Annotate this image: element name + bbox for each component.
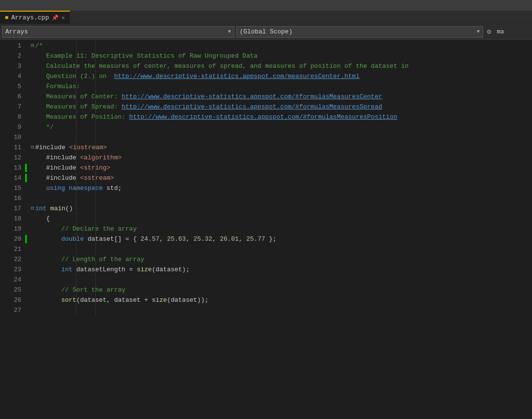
comment-token: Formulas: bbox=[31, 81, 80, 92]
code-line: Measures of Spread: http://www.descripti… bbox=[25, 102, 532, 112]
indent-guide-1 bbox=[76, 305, 76, 315]
code-content[interactable]: ⊟/* Example 11: Descriptive Statistics o… bbox=[25, 40, 532, 419]
scope-dropdown[interactable]: (Global Scope) ▼ bbox=[236, 26, 483, 38]
code-line: Calculate the measures of center, measur… bbox=[25, 61, 532, 71]
include-lib-token: <sstream> bbox=[80, 173, 114, 183]
line-number: 23 bbox=[4, 264, 21, 275]
line-number: 17 bbox=[4, 203, 21, 214]
code-line: sort(dataset, dataset + size(dataset)); bbox=[25, 295, 532, 305]
line-numbers-gutter: 1234567891011121314151617181920212223242… bbox=[0, 40, 25, 419]
indent-guide-2 bbox=[95, 193, 96, 203]
code-line: // Length of the array bbox=[25, 254, 532, 264]
include-lib-token: <string> bbox=[80, 163, 110, 173]
plain-token: (dataset)); bbox=[167, 295, 209, 305]
code-line: ⊟/* bbox=[25, 41, 532, 51]
indent-guide-2 bbox=[95, 41, 96, 51]
function-token: size bbox=[137, 264, 152, 275]
misc-icon[interactable]: ma bbox=[495, 29, 505, 35]
link-token[interactable]: http://www.descriptive-statistics.appspo… bbox=[114, 71, 360, 81]
indent-guide-1 bbox=[76, 275, 76, 285]
comment-token: /* bbox=[35, 41, 43, 51]
indent-guide-1 bbox=[76, 244, 76, 254]
comment-token: Example 11: Descriptive Statistics of Ra… bbox=[31, 51, 258, 61]
keyword-token: using bbox=[46, 183, 65, 193]
code-line: Example 11: Descriptive Statistics of Ra… bbox=[25, 51, 532, 61]
code-line: // Declare the array bbox=[25, 224, 532, 234]
link-token[interactable]: http://www.descriptive-statistics.appspo… bbox=[122, 102, 382, 112]
keyword-token: int bbox=[35, 203, 46, 214]
indent-guide-1 bbox=[76, 203, 76, 214]
plain-token: datasetLength = bbox=[73, 264, 137, 275]
code-line: Measures of Position: http://www.descrip… bbox=[25, 112, 532, 122]
tab-close-button[interactable]: ✕ bbox=[61, 15, 65, 21]
line-number: 7 bbox=[4, 102, 21, 112]
plain-token: , bbox=[186, 234, 194, 244]
collapse-button[interactable]: ⊟ bbox=[31, 142, 34, 153]
code-line: using namespace std; bbox=[25, 183, 532, 193]
function-token: sort bbox=[61, 295, 76, 305]
file-dropdown-arrow: ▼ bbox=[228, 29, 231, 34]
line-number: 25 bbox=[4, 285, 21, 295]
code-line bbox=[25, 132, 532, 142]
line-number: 5 bbox=[4, 81, 21, 92]
indent-guide-1 bbox=[76, 193, 76, 203]
comment-token: Measures of Position: bbox=[31, 112, 129, 122]
code-line bbox=[25, 305, 532, 315]
indent-guide-2 bbox=[95, 203, 96, 214]
plain-token: dataset[] = { bbox=[84, 234, 140, 244]
code-line: // Sort the array bbox=[25, 285, 532, 295]
code-line bbox=[25, 275, 532, 285]
scope-dropdown-arrow: ▼ bbox=[477, 29, 480, 34]
code-line bbox=[25, 244, 532, 254]
indent-guide-2 bbox=[95, 214, 96, 224]
settings-icon[interactable]: ⚙ bbox=[485, 28, 493, 36]
link-token[interactable]: http://www.descriptive-statistics.appspo… bbox=[129, 112, 397, 122]
line-number: 16 bbox=[4, 193, 21, 203]
line-number: 22 bbox=[4, 254, 21, 264]
code-line: #include <string> bbox=[25, 163, 532, 173]
keyword-token: int bbox=[31, 264, 73, 275]
line-number: 15 bbox=[4, 183, 21, 193]
line-number: 11 bbox=[4, 142, 21, 153]
comment-token: */ bbox=[31, 122, 54, 132]
number-token: 26.01 bbox=[220, 234, 239, 244]
indent-guide-2 bbox=[95, 244, 96, 254]
indent-guide-1 bbox=[76, 41, 76, 51]
code-line: int datasetLength = size(dataset); bbox=[25, 264, 532, 275]
function-token: main bbox=[50, 203, 65, 214]
line-number: 27 bbox=[4, 305, 21, 315]
file-dropdown[interactable]: Arrays ▼ bbox=[2, 26, 234, 38]
plain-token bbox=[31, 183, 46, 193]
comment-token: Measures of Center: bbox=[31, 92, 122, 102]
line-number: 12 bbox=[4, 153, 21, 163]
link-token[interactable]: http://www.descriptive-statistics.appspo… bbox=[122, 92, 382, 102]
comment-token: // Length of the array bbox=[31, 254, 144, 264]
line-number: 24 bbox=[4, 275, 21, 285]
plain-token: #include bbox=[31, 163, 80, 173]
indent-guide-2 bbox=[95, 122, 96, 132]
indent-guide-2 bbox=[95, 81, 96, 92]
plain-token: () bbox=[65, 203, 73, 214]
code-line: Question (2.) on http://www.descriptive-… bbox=[25, 71, 532, 81]
code-line: Measures of Center: http://www.descripti… bbox=[25, 92, 532, 102]
comment-token: // Declare the array bbox=[31, 224, 137, 234]
number-token: 25.77 bbox=[246, 234, 265, 244]
comment-token: Calculate the measures of center, measur… bbox=[31, 61, 409, 71]
toolbar: Arrays ▼ (Global Scope) ▼ ⚙ ma bbox=[0, 24, 532, 40]
line-number: 21 bbox=[4, 244, 21, 254]
tab-bar: ■ Arrays.cpp 📌 ✕ bbox=[0, 11, 532, 24]
line-number: 4 bbox=[4, 71, 21, 81]
line-number: 1 bbox=[4, 41, 21, 51]
plain-token bbox=[65, 183, 69, 193]
line-number: 8 bbox=[4, 112, 21, 122]
plain-token: , bbox=[213, 234, 220, 244]
comment-token: Measures of Spread: bbox=[31, 102, 122, 112]
plain-token bbox=[46, 203, 50, 214]
number-token: 25.32 bbox=[194, 234, 213, 244]
collapse-button[interactable]: ⊟ bbox=[31, 203, 34, 214]
code-line: Formulas: bbox=[25, 81, 532, 92]
arrays-cpp-tab[interactable]: ■ Arrays.cpp 📌 ✕ bbox=[0, 11, 70, 24]
collapse-button[interactable]: ⊟ bbox=[31, 41, 34, 51]
plain-token: , bbox=[159, 234, 167, 244]
plain-token: #include bbox=[31, 173, 80, 183]
